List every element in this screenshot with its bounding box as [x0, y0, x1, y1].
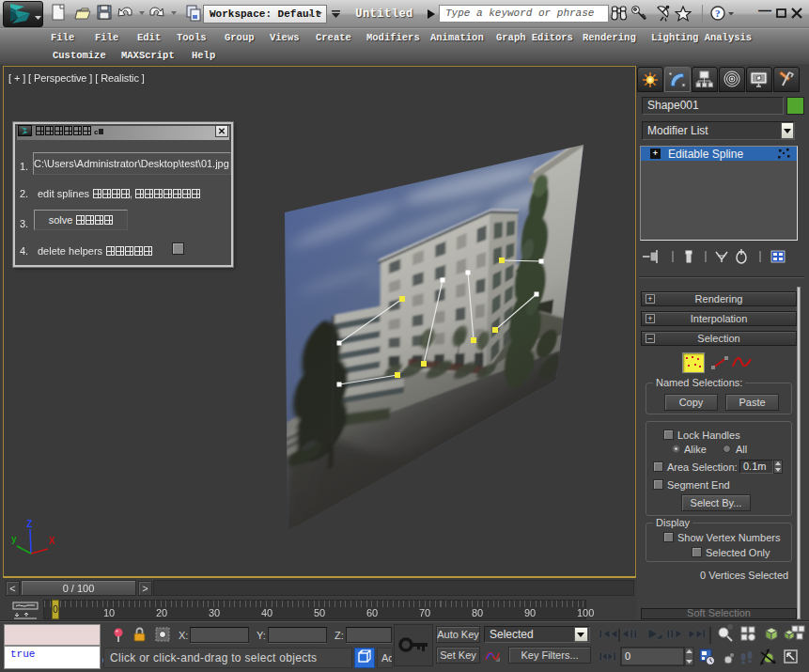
svg-text:Z: Z — [26, 519, 32, 529]
svg-text:0: 0 — [625, 650, 630, 662]
svg-text:X: X — [49, 536, 55, 546]
svg-text:?: ? — [715, 8, 721, 19]
svg-text:y: y — [11, 534, 17, 544]
